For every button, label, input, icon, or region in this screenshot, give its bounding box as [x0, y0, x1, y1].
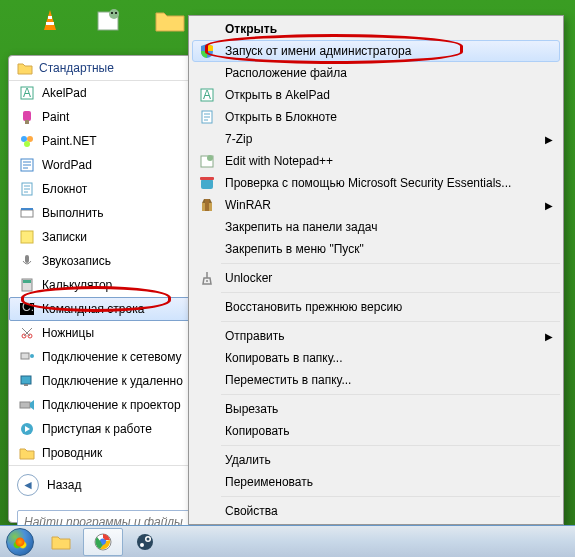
context-menu-label: Закрепить на панели задач	[225, 220, 377, 234]
notepad-icon	[199, 109, 215, 125]
context-menu-label: Вырезать	[225, 402, 278, 416]
context-menu-item[interactable]: Закрепить в меню "Пуск"	[192, 238, 560, 260]
svg-rect-16	[21, 210, 33, 217]
svg-rect-18	[21, 231, 33, 243]
submenu-arrow-icon: ▶	[545, 331, 553, 342]
akelpad-icon: A	[199, 87, 215, 103]
context-menu-item[interactable]: Восстановить прежнюю версию	[192, 296, 560, 318]
svg-rect-21	[23, 280, 31, 283]
taskbar-chrome[interactable]	[83, 528, 123, 556]
wordpad-icon	[18, 157, 36, 173]
back-arrow-icon: ◄	[17, 474, 39, 496]
netproj-icon	[18, 349, 36, 365]
svg-point-13	[24, 141, 30, 147]
winrar-icon	[199, 197, 215, 213]
context-menu-item[interactable]: Расположение файла	[192, 62, 560, 84]
program-label: Приступая к работе	[42, 422, 152, 436]
snip-icon	[18, 325, 36, 341]
svg-point-44	[137, 534, 153, 550]
context-menu-item[interactable]: Отправить▶	[192, 325, 560, 347]
context-menu-item[interactable]: Копировать	[192, 420, 560, 442]
context-menu-label: Удалить	[225, 453, 271, 467]
program-label: Paint	[42, 110, 69, 124]
svg-rect-17	[21, 208, 33, 210]
context-menu-item[interactable]: Удалить	[192, 449, 560, 471]
svg-rect-2	[46, 22, 54, 25]
context-menu: ОткрытьЗапуск от имени администратораРас…	[188, 15, 564, 525]
program-label: Калькулятор	[42, 278, 112, 292]
program-label: Paint.NET	[42, 134, 97, 148]
context-menu-item[interactable]: AОткрыть в AkelPad	[192, 84, 560, 106]
context-menu-item[interactable]: Проверка с помощью Microsoft Security Es…	[192, 172, 560, 194]
svg-rect-29	[24, 384, 28, 386]
program-label: Выполнить	[42, 206, 104, 220]
program-label: Подключение к удаленно	[42, 374, 183, 388]
paintnet-icon	[18, 133, 36, 149]
notepadpp-desktop-icon[interactable]	[90, 5, 130, 35]
svg-point-12	[27, 136, 33, 142]
context-menu-item[interactable]: Закрепить на панели задач	[192, 216, 560, 238]
context-menu-item[interactable]: Вырезать	[192, 398, 560, 420]
folder-desktop-icon[interactable]	[150, 5, 190, 35]
context-menu-item[interactable]: Переместить в папку...	[192, 369, 560, 391]
svg-rect-9	[23, 111, 31, 121]
svg-text:A: A	[23, 86, 31, 100]
context-menu-label: Переименовать	[225, 475, 313, 489]
desktop-icons	[30, 5, 190, 35]
program-label: Проводник	[42, 446, 102, 460]
context-menu-item[interactable]: Свойства	[192, 500, 560, 522]
context-menu-item[interactable]: WinRAR▶	[192, 194, 560, 216]
svg-text:C:\: C:\	[22, 301, 35, 314]
submenu-arrow-icon: ▶	[545, 134, 553, 145]
taskbar	[0, 525, 575, 557]
context-menu-item[interactable]: Запуск от имени администратора	[192, 40, 560, 62]
context-menu-item[interactable]: 7-Zip▶	[192, 128, 560, 150]
svg-point-11	[21, 136, 27, 142]
context-menu-label: Свойства	[225, 504, 278, 518]
submenu-arrow-icon: ▶	[545, 200, 553, 211]
context-menu-label: Открыть в AkelPad	[225, 88, 330, 102]
context-menu-item[interactable]: Копировать в папку...	[192, 347, 560, 369]
context-menu-item[interactable]: Открыть	[192, 18, 560, 40]
context-menu-separator	[221, 263, 560, 264]
svg-point-41	[206, 280, 208, 282]
svg-rect-19	[25, 255, 29, 263]
shield-icon	[199, 43, 215, 59]
context-menu-item[interactable]: Edit with Notepad++	[192, 150, 560, 172]
svg-rect-10	[25, 120, 29, 124]
context-menu-label: Проверка с помощью Microsoft Security Es…	[225, 176, 511, 190]
program-label: Подключение к проектор	[42, 398, 181, 412]
cmd-icon: C:\	[18, 301, 36, 317]
program-label: Командная строка	[42, 302, 144, 316]
context-menu-item[interactable]: Переименовать	[192, 471, 560, 493]
vlc-desktop-icon[interactable]	[30, 5, 70, 35]
notepad-icon	[18, 181, 36, 197]
explorer-icon	[18, 445, 36, 461]
context-menu-label: Копировать в папку...	[225, 351, 343, 365]
svg-rect-26	[21, 353, 29, 359]
taskbar-steam[interactable]	[125, 528, 165, 556]
context-menu-separator	[221, 496, 560, 497]
svg-rect-30	[20, 402, 30, 408]
context-menu-label: Расположение файла	[225, 66, 347, 80]
svg-point-6	[115, 12, 117, 14]
soundrec-icon	[18, 253, 36, 269]
taskbar-explorer[interactable]	[41, 528, 81, 556]
context-menu-label: Переместить в папку...	[225, 373, 351, 387]
svg-rect-1	[48, 16, 52, 19]
getstarted-icon	[18, 421, 36, 437]
back-label: Назад	[47, 478, 81, 492]
svg-rect-40	[205, 199, 209, 211]
mse-icon	[199, 175, 215, 191]
start-button[interactable]	[0, 526, 40, 558]
stickynotes-icon	[18, 229, 36, 245]
context-menu-item[interactable]: Unlocker	[192, 267, 560, 289]
svg-rect-28	[21, 376, 31, 384]
program-label: AkelPad	[42, 86, 87, 100]
run-icon	[18, 205, 36, 221]
svg-rect-38	[201, 179, 213, 189]
context-menu-item[interactable]: Открыть в Блокноте	[192, 106, 560, 128]
context-menu-label: Открыть	[225, 22, 277, 36]
context-menu-items: ОткрытьЗапуск от имени администратораРас…	[191, 18, 561, 522]
context-menu-label: Копировать	[225, 424, 290, 438]
